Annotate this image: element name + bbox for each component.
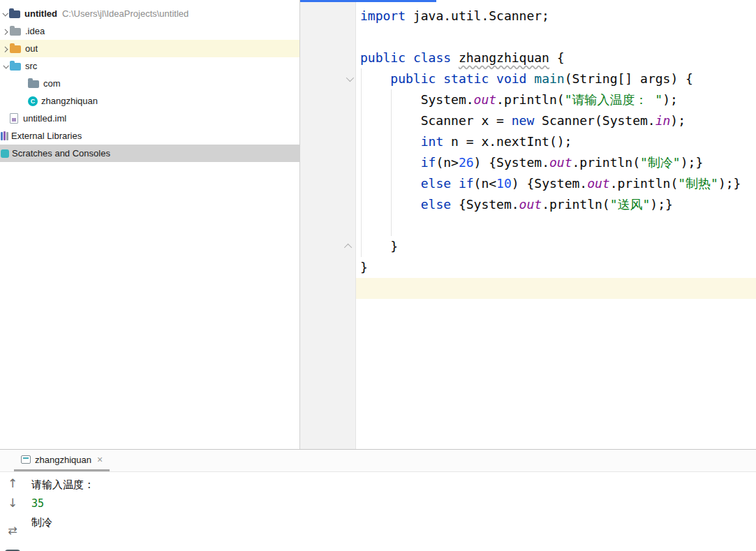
project-folder-icon — [9, 10, 20, 18]
editor-line-9[interactable]: 9 else if(n<10) {System.out.println("制热"… — [300, 173, 756, 194]
editor-line-14[interactable]: 14 — [300, 278, 756, 299]
project-tree: untitledC:\Users\jl\IdeaProjects\untitle… — [0, 0, 299, 162]
code-line-text: } — [356, 257, 756, 278]
editor-line-13[interactable]: 13} — [300, 257, 756, 278]
chevron-spacer — [20, 92, 28, 110]
close-icon[interactable]: × — [97, 454, 103, 465]
tree-item-label: Scratches and Consoles — [12, 148, 110, 159]
tree-item-untitled[interactable]: untitledC:\Users\jl\IdeaProjects\untitle… — [0, 5, 299, 22]
run-tool-window: zhangzhiquan × ↑ ↓ ⇄ 请输入温度：35制冷 — [0, 449, 756, 551]
indent-guide — [361, 68, 362, 257]
editor-line-1[interactable]: 1import java.util.Scanner; — [300, 6, 756, 27]
folder-icon — [10, 28, 21, 36]
indent-guide — [391, 89, 392, 236]
editor-lines: 1import java.util.Scanner;23public class… — [300, 0, 756, 299]
console-tab-icon — [21, 455, 31, 464]
tree-item-scratches-and-consoles[interactable]: Scratches and Consoles — [0, 145, 299, 162]
editor-gutter-strip — [300, 0, 356, 449]
console-line: 35 — [31, 494, 94, 513]
tree-item-external-libraries[interactable]: External Libraries — [0, 127, 299, 145]
code-line-text: int n = x.nextInt(); — [356, 131, 756, 152]
code-line-text: public class zhangzhiquan { — [356, 47, 756, 68]
tree-item-label: .idea — [25, 26, 45, 36]
chevron-spacer — [1, 110, 10, 127]
console-output[interactable]: 请输入温度：35制冷 — [31, 476, 94, 532]
console-body: ↑ ↓ ⇄ 请输入温度：35制冷 — [0, 472, 756, 551]
up-arrow-icon[interactable]: ↑ — [8, 478, 17, 490]
rerun-icon[interactable]: ⇄ — [8, 525, 17, 536]
project-panel: untitledC:\Users\jl\IdeaProjects\untitle… — [0, 0, 300, 449]
console-tab[interactable]: zhangzhiquan × — [14, 450, 110, 471]
code-line-text — [356, 278, 756, 299]
console-line: 制冷 — [31, 513, 94, 532]
chevron-down-icon[interactable] — [1, 5, 9, 22]
code-line-text: } — [356, 236, 756, 257]
class-icon: C — [28, 96, 38, 106]
code-line-text: else {System.out.println("送风");} — [356, 194, 756, 215]
tree-item-label: zhangzhiquan — [41, 96, 98, 106]
folder-icon — [10, 63, 21, 71]
project-path: C:\Users\jl\IdeaProjects\untitled — [62, 8, 188, 19]
chevron-right-icon[interactable] — [1, 40, 10, 57]
editor-line-2[interactable]: 2 — [300, 27, 756, 47]
tree-item-com[interactable]: com — [0, 75, 299, 92]
console-toolbar: ↑ ↓ ⇄ — [0, 478, 25, 551]
editor-pane[interactable]: 1import java.util.Scanner;23public class… — [300, 0, 756, 449]
tree-item--idea[interactable]: .idea — [0, 22, 299, 40]
chevron-right-icon[interactable] — [1, 22, 10, 40]
tree-item-src[interactable]: src — [0, 57, 299, 75]
tree-item-untitled-iml[interactable]: untitled.iml — [0, 110, 299, 127]
tree-item-label: src — [25, 61, 37, 71]
tree-item-label: untitled.iml — [23, 113, 66, 124]
tree-item-out[interactable]: out — [0, 40, 299, 57]
external-libraries-icon — [1, 131, 8, 140]
editor-tab-indicator — [300, 0, 436, 2]
tree-item-label: out — [25, 43, 38, 54]
code-line-text — [356, 215, 756, 236]
code-line-text: else if(n<10) {System.out.println("制热");… — [356, 173, 756, 194]
tree-item-label: untitled — [24, 8, 57, 19]
folder-icon — [28, 80, 39, 88]
console-tab-label: zhangzhiquan — [35, 455, 91, 465]
editor-line-4[interactable]: 4 public static void main(String[] args)… — [300, 68, 756, 89]
console-line: 请输入温度： — [31, 476, 94, 494]
code-line-text: Scanner x = new Scanner(System.in); — [356, 110, 756, 131]
editor-line-11[interactable]: 11 — [300, 215, 756, 236]
editor-line-7[interactable]: 7 int n = x.nextInt(); — [300, 131, 756, 152]
editor-line-5[interactable]: 5 System.out.println("请输入温度： "); — [300, 89, 756, 110]
code-line-text: System.out.println("请输入温度： "); — [356, 89, 756, 110]
scratches-icon — [1, 149, 9, 158]
code-line-text: public static void main(String[] args) { — [356, 68, 756, 89]
tree-item-zhangzhiquan[interactable]: Czhangzhiquan — [0, 92, 299, 110]
editor-line-8[interactable]: 8 if(n>26) {System.out.println("制冷");} — [300, 152, 756, 173]
folder-icon — [10, 45, 21, 53]
code-line-text: if(n>26) {System.out.println("制冷");} — [356, 152, 756, 173]
module-file-icon — [10, 113, 18, 124]
editor-line-3[interactable]: 3public class zhangzhiquan { — [300, 47, 756, 68]
tree-item-label: External Libraries — [11, 131, 82, 141]
console-tabbar: zhangzhiquan × — [0, 450, 756, 472]
editor-line-6[interactable]: 6 Scanner x = new Scanner(System.in); — [300, 110, 756, 131]
editor-line-12[interactable]: 12 } — [300, 236, 756, 257]
editor-line-10[interactable]: 10 else {System.out.println("送风");} — [300, 194, 756, 215]
down-arrow-icon[interactable]: ↓ — [8, 497, 17, 509]
tree-item-label: com — [43, 78, 61, 89]
code-line-text: import java.util.Scanner; — [356, 6, 756, 27]
chevron-down-icon[interactable] — [1, 57, 10, 75]
chevron-spacer — [20, 75, 28, 92]
code-line-text — [356, 27, 756, 47]
